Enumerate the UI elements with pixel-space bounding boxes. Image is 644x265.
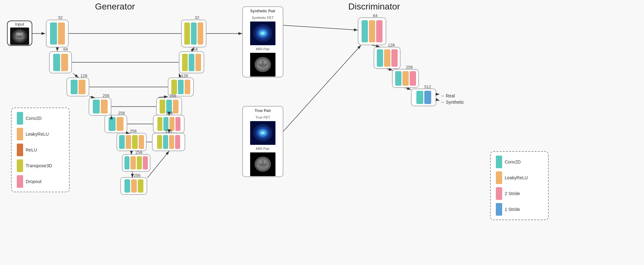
svg-point-27 xyxy=(259,160,262,164)
true-pet-label: True PET xyxy=(256,115,270,119)
disc-legend-conv2d: Conv2D xyxy=(496,156,543,168)
synthetic-pet-image xyxy=(250,22,275,45)
bar-orange xyxy=(173,100,179,114)
arrow-disc256-disc512 xyxy=(405,88,411,89)
bar-yellow xyxy=(157,117,162,131)
bar-yellow xyxy=(157,135,162,149)
output-real-arrow: → Real xyxy=(440,93,455,98)
bar-blue xyxy=(424,91,431,104)
bar-pink xyxy=(143,156,148,169)
disc-legend-label-leakyrelu: LeakyReLU xyxy=(505,175,528,180)
legend-label-transpose3d: Transpose3D xyxy=(26,163,52,168)
input-box: Input xyxy=(7,21,32,46)
diagram: Generator Discriminator Input 32 64 xyxy=(0,0,644,265)
bar-orange xyxy=(130,156,136,169)
bar-pink xyxy=(175,117,180,131)
synthetic-pet-label: Synthetic PET xyxy=(252,16,274,20)
channel-128-enc: 128 xyxy=(80,73,87,78)
legend-bar-relu xyxy=(17,144,23,156)
channel-64-disc: 64 xyxy=(373,13,377,18)
bar-teal xyxy=(109,117,116,131)
bar-yellow xyxy=(171,80,177,94)
channel-256-enc-d: 256 xyxy=(136,150,142,155)
svg-point-15 xyxy=(259,60,262,64)
output-synthetic-arrow: → Synthetic xyxy=(440,100,464,105)
gen-enc-block-128 xyxy=(66,77,89,96)
disc-legend-label-2stride: 2 Stride xyxy=(505,191,520,196)
synthetic-mri-image xyxy=(250,53,275,77)
bar-teal xyxy=(362,20,368,42)
svg-point-16 xyxy=(263,60,267,64)
bar-orange xyxy=(126,135,131,149)
true-pair-label: True Pair xyxy=(255,108,271,113)
bar-yellow xyxy=(138,179,143,193)
bar-teal xyxy=(189,54,194,71)
bar-orange xyxy=(195,54,201,71)
true-mri-image xyxy=(250,152,275,176)
bar-teal xyxy=(53,54,60,71)
bar-teal xyxy=(119,135,125,149)
bar-yellow xyxy=(182,54,188,71)
legend-bar-transpose3d xyxy=(17,159,23,172)
svg-point-22 xyxy=(262,132,264,134)
gen-enc-block-256b xyxy=(104,115,127,133)
gen-dec-block-256c xyxy=(152,133,185,151)
arrow-disc128-disc256 xyxy=(387,69,393,70)
channel-32-enc: 32 xyxy=(58,15,62,20)
arrow-bottleneck-dec256c xyxy=(148,151,169,178)
bar-pink xyxy=(410,71,416,86)
disc-legend-label-conv2d: Conv2D xyxy=(505,159,521,164)
disc-block-512 xyxy=(411,89,436,106)
legend-label-relu: ReLU xyxy=(26,147,37,152)
arrows-overlay xyxy=(0,0,644,265)
bar-teal xyxy=(416,91,423,104)
bar-yellow xyxy=(160,100,165,114)
channel-32-dec: 32 xyxy=(195,15,199,20)
bar-teal xyxy=(50,22,57,45)
input-label: Input xyxy=(15,22,24,27)
disc-legend-leakyrelu: LeakyReLU xyxy=(496,171,543,184)
legend-conv2d: Conv2D xyxy=(17,112,64,125)
bar-yellow xyxy=(184,22,190,45)
bar-orange xyxy=(117,117,123,131)
channel-256-dec-b: 256 xyxy=(166,111,173,115)
true-pet-image xyxy=(250,121,275,145)
disc-legend-label-1stride: 1 Stride xyxy=(505,207,520,212)
channel-128-disc: 128 xyxy=(388,43,395,47)
gen-enc-block-64 xyxy=(49,51,72,73)
synthetic-pair-box: Synthetic Pair Synthetic PET MRI Pair xyxy=(242,6,283,77)
legend-bar-dropout xyxy=(17,175,23,188)
generator-title: Generator xyxy=(95,2,135,12)
bar-orange2 xyxy=(139,135,144,149)
channel-256-enc-c: 256 xyxy=(130,129,137,133)
disc-legend-bar-leakyrelu xyxy=(496,171,502,184)
legend-label-dropout: Dropout xyxy=(26,179,41,184)
channel-256-bottleneck: 256 xyxy=(134,173,141,178)
gen-enc-block-32 xyxy=(46,20,69,47)
bar-teal xyxy=(124,179,130,193)
bar-orange xyxy=(61,54,68,71)
bar-teal xyxy=(178,80,184,94)
gen-enc-block-256c xyxy=(117,133,147,151)
channel-256-disc: 256 xyxy=(406,65,413,70)
bar-orange xyxy=(185,80,190,94)
channel-256-dec-a: 256 xyxy=(169,93,176,98)
true-pair-box: True Pair True PET MRI Pair xyxy=(242,106,283,177)
legend-leakyrelu: LeakyReLU xyxy=(17,128,64,140)
bar-teal xyxy=(377,49,383,67)
legend-label-leakyrelu: LeakyReLU xyxy=(26,132,49,137)
channel-128-dec: 128 xyxy=(181,73,188,78)
bar-teal xyxy=(71,80,78,94)
disc-block-256 xyxy=(392,69,419,88)
bar-orange xyxy=(402,71,409,86)
gen-dec-block-64 xyxy=(179,51,204,73)
svg-point-10 xyxy=(262,32,264,34)
disc-legend-bar-2stride xyxy=(496,187,502,200)
bar-orange xyxy=(198,22,203,45)
gen-bottleneck xyxy=(120,177,147,195)
bar-teal xyxy=(395,71,401,86)
disc-legend-2stride: 2 Stride xyxy=(496,187,543,200)
bar-yellow xyxy=(137,156,142,169)
arrow-enc64-enc128 xyxy=(73,73,79,77)
arrow-true-to-disc xyxy=(283,45,361,131)
